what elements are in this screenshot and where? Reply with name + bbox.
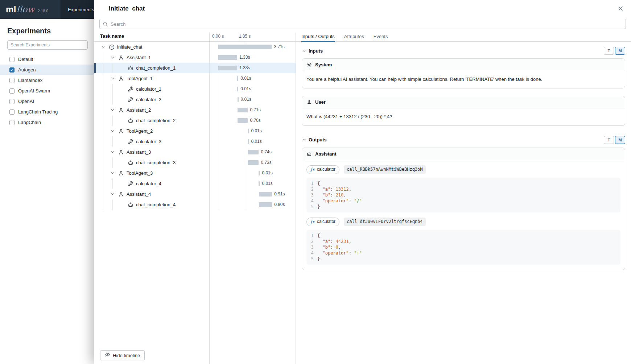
expand-chevron-icon[interactable] <box>109 128 116 135</box>
span-row-calculator-2[interactable]: calculator_20.01s <box>94 94 296 105</box>
experiment-checkbox[interactable] <box>9 99 15 104</box>
span-row-chat-completion-4[interactable]: chat_completion_40.90s <box>94 199 296 210</box>
experiment-checkbox[interactable] <box>9 67 15 73</box>
duration-bar[interactable] <box>259 192 272 197</box>
hide-timeline-button[interactable]: Hide timeline <box>100 350 145 360</box>
experiments-search-input[interactable] <box>7 40 88 50</box>
experiment-item-llamaindex[interactable]: LlamaIndex <box>0 75 94 86</box>
render-as-text-button[interactable]: T <box>604 136 614 144</box>
expand-chevron-icon[interactable] <box>99 44 107 51</box>
duration-bar[interactable] <box>259 202 272 207</box>
experiment-item-openai-swarm[interactable]: OpenAI Swarm <box>0 86 94 96</box>
span-row-chat-completion-1[interactable]: chat_completion_11.33s <box>94 63 296 73</box>
span-row-calculator-3[interactable]: calculator_30.01s <box>94 136 296 147</box>
task-name-column-header: Task name <box>100 33 124 39</box>
span-name: Assistant_2 <box>127 107 151 113</box>
span-row-toolagent-3[interactable]: ToolAgent_30.01s <box>94 168 296 178</box>
tool-call-pill[interactable]: ƒxcalculator <box>306 165 339 174</box>
experiment-checkbox[interactable] <box>9 109 15 115</box>
duration-bar[interactable] <box>237 87 238 91</box>
duration-bar[interactable] <box>259 181 260 186</box>
code-line-number: 1 <box>306 181 317 186</box>
experiment-label: Autogen <box>18 67 36 73</box>
tool-call-pill[interactable]: ƒxcalculator <box>306 218 339 226</box>
experiment-item-langchain[interactable]: LangChain <box>0 117 94 128</box>
duration-bar[interactable] <box>237 76 238 81</box>
duration-bar[interactable] <box>248 129 249 133</box>
span-row-calculator-1[interactable]: calculator_10.01s <box>94 84 296 94</box>
close-button[interactable] <box>616 4 625 14</box>
duration-bar[interactable] <box>248 160 259 165</box>
tab-inputs-outputs[interactable]: Inputs / Outputs <box>301 33 335 42</box>
experiment-item-langchain-tracing[interactable]: LangChain Tracing <box>0 107 94 117</box>
tab-attributes[interactable]: Attributes <box>344 33 364 42</box>
duration-bar[interactable] <box>218 45 272 49</box>
render-as-markdown-button[interactable]: M <box>615 136 625 144</box>
code-line-number: 5 <box>306 256 317 262</box>
expand-chevron-icon[interactable] <box>109 75 116 82</box>
span-name: chat_completion_1 <box>136 65 176 71</box>
names-timeline-divider[interactable] <box>209 33 210 364</box>
tree-guide-line <box>103 178 103 189</box>
timeline-tick-0: 0.00 s <box>212 34 224 39</box>
code-line: 4 "operator": "/" <box>306 198 620 204</box>
duration-bar[interactable] <box>218 66 237 70</box>
svg-text:?: ? <box>111 45 113 49</box>
span-row-chat-completion-2[interactable]: chat_completion_20.70s <box>94 115 296 126</box>
span-row-assistant-4[interactable]: Assistant_40.91s <box>94 189 296 199</box>
experiment-checkbox[interactable] <box>9 78 15 83</box>
tree-guide-line <box>112 63 113 73</box>
message-card-system-title: System <box>315 62 332 67</box>
render-as-markdown-button[interactable]: M <box>615 47 625 55</box>
inputs-render-toggle: TM <box>604 47 625 55</box>
trace-search[interactable] <box>99 19 626 29</box>
duration-bar[interactable] <box>238 97 239 102</box>
experiment-item-default[interactable]: Default <box>0 54 94 65</box>
duration-bar[interactable] <box>238 108 248 112</box>
span-row-calculator-4[interactable]: calculator_40.01s <box>94 178 296 189</box>
span-row-timeline-cell: 0.01s <box>209 168 296 178</box>
span-row-chat-completion-3[interactable]: chat_completion_30.73s <box>94 157 296 168</box>
message-card-assistant-body: ƒxcalculatorcall_RBBk57nAwnNMtiWBeBHzq3o… <box>302 160 625 270</box>
code-line: 3 "b": 0, <box>306 244 620 250</box>
expand-chevron-icon[interactable] <box>109 149 116 156</box>
span-row-initiate-chat[interactable]: ?initiate_chat3.71s <box>94 42 296 52</box>
code-line-number: 5 <box>306 204 317 210</box>
span-row-timeline-cell: 0.01s <box>209 126 296 136</box>
tool-call-row: ƒxcalculatorcall_dt3u0vLFOYv2itYgfscEqnb… <box>306 218 620 226</box>
experiment-checkbox[interactable] <box>9 57 15 62</box>
span-row-assistant-1[interactable]: Assistant_11.33s <box>94 52 296 63</box>
span-row-timeline-cell: 0.01s <box>209 73 296 84</box>
expand-chevron-icon[interactable] <box>109 170 116 177</box>
expand-chevron-icon[interactable] <box>109 191 116 198</box>
span-row-assistant-3[interactable]: Assistant_30.74s <box>94 147 296 157</box>
duration-bar[interactable] <box>248 150 259 154</box>
robot-icon <box>128 65 133 71</box>
pane-divider[interactable] <box>296 33 296 364</box>
inputs-collapse-chevron-icon[interactable] <box>302 49 306 53</box>
robot-icon <box>128 160 133 166</box>
span-row-name-cell: chat_completion_4 <box>94 199 209 210</box>
span-row-assistant-2[interactable]: Assistant_20.71s <box>94 105 296 115</box>
duration-bar[interactable] <box>248 139 249 144</box>
tree-guide-line <box>112 84 113 94</box>
outputs-collapse-chevron-icon[interactable] <box>302 137 306 142</box>
experiment-checkbox[interactable] <box>9 88 15 94</box>
experiment-item-openai[interactable]: OpenAI <box>0 96 94 107</box>
duration-label: 1.33s <box>239 63 250 73</box>
code-line: 4 "operator": "+" <box>306 250 620 256</box>
duration-bar[interactable] <box>218 55 237 60</box>
span-row-toolagent-1[interactable]: ToolAgent_10.01s <box>94 73 296 84</box>
duration-label: 0.73s <box>261 157 271 168</box>
span-row-toolagent-2[interactable]: ToolAgent_20.01s <box>94 126 296 136</box>
duration-bar[interactable] <box>238 118 248 123</box>
duration-label: 0.01s <box>240 84 251 94</box>
expand-chevron-icon[interactable] <box>109 54 116 61</box>
tab-events[interactable]: Events <box>374 33 388 42</box>
duration-bar[interactable] <box>259 171 260 175</box>
expand-chevron-icon[interactable] <box>109 107 116 114</box>
render-as-text-button[interactable]: T <box>604 47 614 55</box>
trace-search-input[interactable] <box>111 21 623 27</box>
experiment-item-autogen[interactable]: Autogen <box>0 65 94 75</box>
experiment-checkbox[interactable] <box>9 120 15 125</box>
